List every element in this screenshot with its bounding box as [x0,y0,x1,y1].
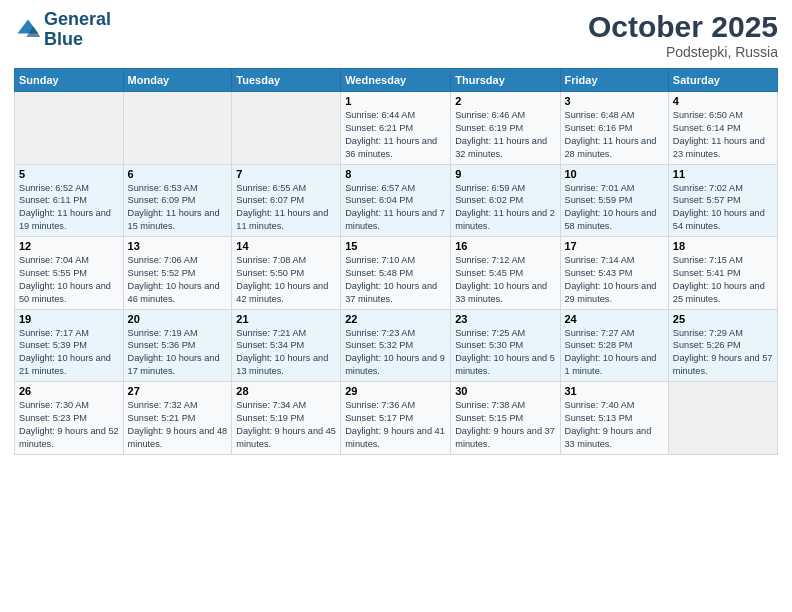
week-row-2: 5Sunrise: 6:52 AMSunset: 6:11 PMDaylight… [15,164,778,237]
day-number: 17 [565,240,664,252]
day-cell: 27Sunrise: 7:32 AMSunset: 5:21 PMDayligh… [123,382,232,455]
day-cell: 24Sunrise: 7:27 AMSunset: 5:28 PMDayligh… [560,309,668,382]
day-info: Sunrise: 7:21 AMSunset: 5:34 PMDaylight:… [236,327,336,379]
logo-line1: General [44,10,111,30]
day-info: Sunrise: 7:32 AMSunset: 5:21 PMDaylight:… [128,399,228,451]
day-cell: 11Sunrise: 7:02 AMSunset: 5:57 PMDayligh… [668,164,777,237]
weekday-header-wednesday: Wednesday [341,69,451,92]
day-number: 11 [673,168,773,180]
day-cell: 5Sunrise: 6:52 AMSunset: 6:11 PMDaylight… [15,164,124,237]
day-info: Sunrise: 7:12 AMSunset: 5:45 PMDaylight:… [455,254,555,306]
day-info: Sunrise: 7:40 AMSunset: 5:13 PMDaylight:… [565,399,664,451]
logo: General Blue [14,10,111,50]
day-number: 30 [455,385,555,397]
day-cell: 25Sunrise: 7:29 AMSunset: 5:26 PMDayligh… [668,309,777,382]
day-info: Sunrise: 7:10 AMSunset: 5:48 PMDaylight:… [345,254,446,306]
day-cell: 30Sunrise: 7:38 AMSunset: 5:15 PMDayligh… [451,382,560,455]
weekday-header-saturday: Saturday [668,69,777,92]
location: Podstepki, Russia [588,44,778,60]
day-info: Sunrise: 7:01 AMSunset: 5:59 PMDaylight:… [565,182,664,234]
day-info: Sunrise: 6:46 AMSunset: 6:19 PMDaylight:… [455,109,555,161]
day-info: Sunrise: 7:02 AMSunset: 5:57 PMDaylight:… [673,182,773,234]
day-number: 15 [345,240,446,252]
day-cell: 31Sunrise: 7:40 AMSunset: 5:13 PMDayligh… [560,382,668,455]
day-info: Sunrise: 7:30 AMSunset: 5:23 PMDaylight:… [19,399,119,451]
month-title: October 2025 [588,10,778,44]
weekday-header-thursday: Thursday [451,69,560,92]
day-number: 9 [455,168,555,180]
day-cell [123,92,232,165]
logo-line2: Blue [44,30,111,50]
day-number: 13 [128,240,228,252]
day-cell: 13Sunrise: 7:06 AMSunset: 5:52 PMDayligh… [123,237,232,310]
day-cell: 3Sunrise: 6:48 AMSunset: 6:16 PMDaylight… [560,92,668,165]
weekday-header-sunday: Sunday [15,69,124,92]
day-info: Sunrise: 7:38 AMSunset: 5:15 PMDaylight:… [455,399,555,451]
weekday-header-friday: Friday [560,69,668,92]
logo-icon [14,16,42,44]
day-info: Sunrise: 7:04 AMSunset: 5:55 PMDaylight:… [19,254,119,306]
day-number: 10 [565,168,664,180]
day-cell: 16Sunrise: 7:12 AMSunset: 5:45 PMDayligh… [451,237,560,310]
day-cell: 28Sunrise: 7:34 AMSunset: 5:19 PMDayligh… [232,382,341,455]
day-info: Sunrise: 6:57 AMSunset: 6:04 PMDaylight:… [345,182,446,234]
title-block: October 2025 Podstepki, Russia [588,10,778,60]
day-info: Sunrise: 6:59 AMSunset: 6:02 PMDaylight:… [455,182,555,234]
day-cell: 20Sunrise: 7:19 AMSunset: 5:36 PMDayligh… [123,309,232,382]
week-row-4: 19Sunrise: 7:17 AMSunset: 5:39 PMDayligh… [15,309,778,382]
day-number: 26 [19,385,119,397]
day-number: 14 [236,240,336,252]
weekday-header-monday: Monday [123,69,232,92]
logo-text: General Blue [44,10,111,50]
page-header: General Blue October 2025 Podstepki, Rus… [14,10,778,60]
day-number: 19 [19,313,119,325]
day-cell: 7Sunrise: 6:55 AMSunset: 6:07 PMDaylight… [232,164,341,237]
day-number: 23 [455,313,555,325]
weekday-header-tuesday: Tuesday [232,69,341,92]
day-info: Sunrise: 7:34 AMSunset: 5:19 PMDaylight:… [236,399,336,451]
day-number: 3 [565,95,664,107]
day-number: 18 [673,240,773,252]
day-info: Sunrise: 7:14 AMSunset: 5:43 PMDaylight:… [565,254,664,306]
day-cell [15,92,124,165]
day-cell: 9Sunrise: 6:59 AMSunset: 6:02 PMDaylight… [451,164,560,237]
day-number: 2 [455,95,555,107]
day-cell: 29Sunrise: 7:36 AMSunset: 5:17 PMDayligh… [341,382,451,455]
day-cell: 4Sunrise: 6:50 AMSunset: 6:14 PMDaylight… [668,92,777,165]
day-number: 24 [565,313,664,325]
day-number: 16 [455,240,555,252]
day-cell: 12Sunrise: 7:04 AMSunset: 5:55 PMDayligh… [15,237,124,310]
day-cell: 26Sunrise: 7:30 AMSunset: 5:23 PMDayligh… [15,382,124,455]
day-cell [232,92,341,165]
day-number: 1 [345,95,446,107]
day-number: 21 [236,313,336,325]
day-number: 25 [673,313,773,325]
day-cell: 2Sunrise: 6:46 AMSunset: 6:19 PMDaylight… [451,92,560,165]
day-info: Sunrise: 7:25 AMSunset: 5:30 PMDaylight:… [455,327,555,379]
day-number: 27 [128,385,228,397]
day-info: Sunrise: 7:17 AMSunset: 5:39 PMDaylight:… [19,327,119,379]
day-info: Sunrise: 6:53 AMSunset: 6:09 PMDaylight:… [128,182,228,234]
day-cell [668,382,777,455]
day-info: Sunrise: 7:06 AMSunset: 5:52 PMDaylight:… [128,254,228,306]
weekday-header-row: SundayMondayTuesdayWednesdayThursdayFrid… [15,69,778,92]
day-number: 4 [673,95,773,107]
day-number: 22 [345,313,446,325]
day-info: Sunrise: 6:44 AMSunset: 6:21 PMDaylight:… [345,109,446,161]
day-info: Sunrise: 7:29 AMSunset: 5:26 PMDaylight:… [673,327,773,379]
day-cell: 23Sunrise: 7:25 AMSunset: 5:30 PMDayligh… [451,309,560,382]
day-number: 7 [236,168,336,180]
day-info: Sunrise: 7:23 AMSunset: 5:32 PMDaylight:… [345,327,446,379]
day-number: 28 [236,385,336,397]
calendar-table: SundayMondayTuesdayWednesdayThursdayFrid… [14,68,778,455]
day-cell: 18Sunrise: 7:15 AMSunset: 5:41 PMDayligh… [668,237,777,310]
day-info: Sunrise: 6:55 AMSunset: 6:07 PMDaylight:… [236,182,336,234]
day-info: Sunrise: 6:50 AMSunset: 6:14 PMDaylight:… [673,109,773,161]
day-cell: 21Sunrise: 7:21 AMSunset: 5:34 PMDayligh… [232,309,341,382]
day-info: Sunrise: 7:19 AMSunset: 5:36 PMDaylight:… [128,327,228,379]
day-cell: 14Sunrise: 7:08 AMSunset: 5:50 PMDayligh… [232,237,341,310]
day-number: 5 [19,168,119,180]
day-cell: 1Sunrise: 6:44 AMSunset: 6:21 PMDaylight… [341,92,451,165]
day-info: Sunrise: 7:08 AMSunset: 5:50 PMDaylight:… [236,254,336,306]
day-number: 6 [128,168,228,180]
